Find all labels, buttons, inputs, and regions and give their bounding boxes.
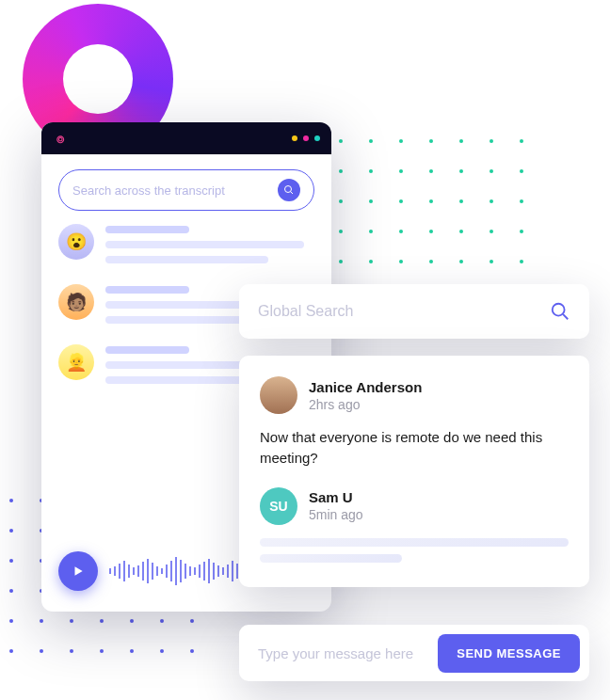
svg-point-2 [553,304,565,316]
search-placeholder: Global Search [258,303,353,320]
message-header: Janice Anderson 2hrs ago [260,376,569,414]
search-placeholder: Search across the transcript [72,183,225,198]
global-search-input[interactable]: Global Search [239,284,589,339]
avatar [260,376,297,414]
search-icon [550,301,570,322]
message-header: SU Sam U 5min ago [260,487,569,525]
message-time: 5min ago [309,507,363,522]
compose-placeholder[interactable]: Type your message here [258,645,413,661]
window-dot [314,135,320,141]
send-message-button[interactable]: SEND MESSAGE [438,634,580,673]
chat-thread-card: Janice Anderson 2hrs ago Now that everyo… [239,356,589,587]
avatar: 👱 [58,344,94,380]
dot-grid-accent [339,139,523,263]
avatar: 😮 [58,224,94,260]
svg-line-1 [291,192,294,195]
avatar: 🧑🏽 [58,284,94,320]
transcript-search-input[interactable]: Search across the transcript [58,169,314,211]
window-titlebar: ⌾ [41,122,331,154]
svg-line-3 [563,314,568,319]
svg-point-0 [285,186,292,193]
message-body: Now that everyone is remote do we need t… [260,427,569,469]
search-icon [278,179,300,201]
window-dot [292,135,297,141]
window-controls [292,135,320,141]
transcript-entry[interactable]: 😮 [58,224,314,271]
message-author: Janice Anderson [309,379,422,395]
message-body-skeleton [260,538,569,563]
avatar: SU [260,487,297,525]
compose-bar: Type your message here SEND MESSAGE [239,625,589,681]
window-dot [303,135,309,141]
message-time: 2hrs ago [309,397,422,412]
message-author: Sam U [309,489,363,505]
play-button[interactable] [58,551,98,591]
entry-text-skeleton [105,224,314,271]
brand-icon: ⌾ [53,131,68,146]
